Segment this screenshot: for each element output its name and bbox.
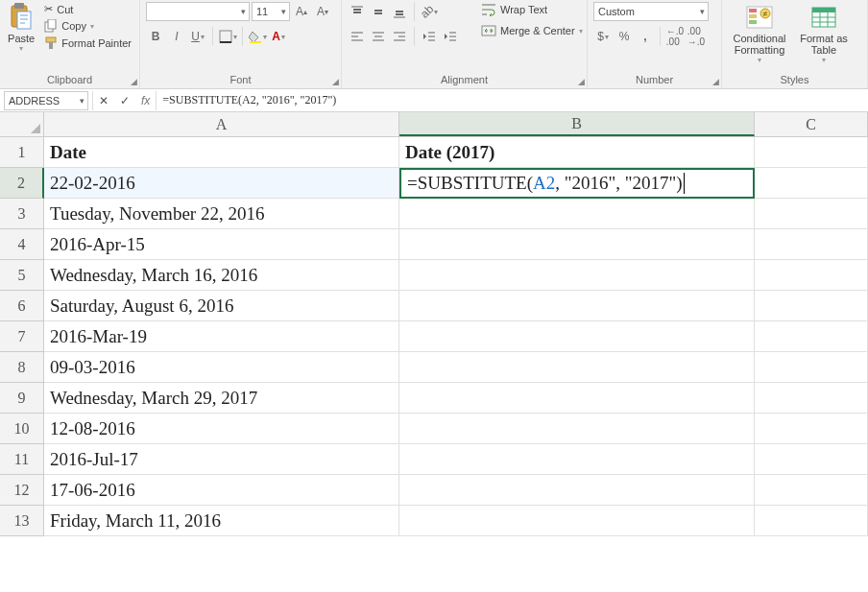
font-name-combo[interactable] (146, 2, 250, 21)
data-cell[interactable]: 2016-Mar-19 (44, 321, 399, 352)
header-cell[interactable]: Date (2017) (399, 137, 755, 168)
column-header-c[interactable]: C (755, 112, 868, 136)
select-all-corner[interactable] (0, 112, 44, 137)
data-cell[interactable] (755, 137, 868, 168)
dialog-launcher-icon[interactable]: ◢ (578, 77, 585, 86)
row-header[interactable]: 7 (0, 321, 44, 352)
name-box[interactable]: ADDRESS (4, 91, 88, 110)
data-cell[interactable] (399, 414, 755, 444)
format-as-table-button[interactable]: Format as Table ▾ (797, 2, 851, 66)
merge-center-button[interactable]: Merge & Center ▾ (479, 23, 585, 38)
row-header[interactable]: 2 (0, 168, 44, 199)
paste-button[interactable]: Paste ▾ (6, 2, 36, 55)
data-cell[interactable] (755, 291, 868, 321)
column-header-a[interactable]: A (44, 112, 399, 136)
fill-color-button[interactable] (248, 27, 267, 46)
align-left-button[interactable] (348, 27, 367, 46)
data-cell[interactable] (399, 475, 755, 506)
data-cell[interactable] (755, 260, 868, 291)
copy-button[interactable]: Copy ▾ (42, 18, 133, 34)
row-header[interactable]: 12 (0, 475, 44, 506)
data-cell[interactable] (399, 506, 755, 536)
increase-decimal-button[interactable]: ←.0.00 (665, 27, 685, 46)
cancel-formula-button[interactable]: ✕ (93, 94, 114, 107)
data-cell[interactable] (399, 199, 755, 229)
dialog-launcher-icon[interactable]: ◢ (712, 77, 719, 86)
increase-indent-button[interactable] (441, 27, 460, 46)
data-cell[interactable]: 12-08-2016 (44, 414, 399, 444)
cell-editor[interactable]: =SUBSTITUTE(A2, "2016", "2017") (399, 168, 755, 199)
conditional-formatting-button[interactable]: ≠ Conditional Formatting ▾ (728, 2, 791, 66)
data-cell[interactable]: Friday, March 11, 2016 (44, 506, 399, 536)
font-color-button[interactable]: A (269, 27, 288, 46)
row-header[interactable]: 5 (0, 260, 44, 291)
separator (212, 27, 213, 46)
data-cell[interactable] (755, 199, 868, 229)
column-header-b[interactable]: B (399, 112, 755, 136)
data-cell[interactable] (399, 383, 755, 414)
row-header[interactable]: 6 (0, 291, 44, 321)
data-cell[interactable]: Tuesday, November 22, 2016 (44, 199, 399, 229)
row-header[interactable]: 9 (0, 383, 44, 414)
data-cell[interactable]: 17-06-2016 (44, 475, 399, 506)
data-cell[interactable] (755, 506, 868, 536)
align-right-button[interactable] (390, 27, 409, 46)
data-cell[interactable] (399, 444, 755, 475)
data-cell[interactable]: =SUBSTITUTE(A2, "2016", "2017") (399, 168, 755, 199)
decrease-decimal-button[interactable]: .00→.0 (687, 27, 706, 46)
border-button[interactable] (218, 27, 237, 46)
data-cell[interactable] (399, 229, 755, 260)
data-cell[interactable]: 2016-Apr-15 (44, 229, 399, 260)
data-cell[interactable]: 2016-Jul-17 (44, 444, 399, 475)
data-cell[interactable] (755, 475, 868, 506)
align-bottom-button[interactable] (390, 2, 409, 21)
data-cell[interactable] (755, 352, 868, 383)
data-cell[interactable] (755, 444, 868, 475)
align-middle-button[interactable] (369, 2, 388, 21)
bold-button[interactable]: B (146, 27, 165, 46)
fx-button[interactable]: fx (135, 94, 156, 107)
data-cell[interactable] (755, 383, 868, 414)
number-format-combo[interactable]: Custom (593, 2, 709, 21)
dialog-launcher-icon[interactable]: ◢ (131, 77, 137, 86)
data-cell[interactable] (755, 229, 868, 260)
row-header[interactable]: 11 (0, 444, 44, 475)
data-cell[interactable] (399, 260, 755, 291)
underline-button[interactable]: U (188, 27, 207, 46)
orientation-button[interactable]: ab (420, 2, 439, 21)
row-header[interactable]: 1 (0, 137, 44, 168)
data-cell[interactable]: Saturday, August 6, 2016 (44, 291, 399, 321)
row-header[interactable]: 13 (0, 506, 44, 536)
align-top-button[interactable] (348, 2, 367, 21)
data-cell[interactable] (399, 291, 755, 321)
enter-formula-button[interactable]: ✓ (114, 94, 135, 107)
font-size-combo[interactable]: 11 (252, 2, 290, 21)
align-center-button[interactable] (369, 27, 388, 46)
data-cell[interactable]: 22-02-2016 (44, 168, 399, 199)
data-cell[interactable] (399, 321, 755, 352)
formula-input[interactable]: =SUBSTITUTE(A2, "2016", "2017") (157, 93, 868, 107)
data-cell[interactable] (755, 414, 868, 444)
data-cell[interactable]: Wednesday, March 16, 2016 (44, 260, 399, 291)
comma-format-button[interactable]: , (636, 27, 655, 46)
data-cell[interactable] (399, 352, 755, 383)
italic-button[interactable]: I (167, 27, 186, 46)
row-header[interactable]: 3 (0, 199, 44, 229)
decrease-indent-button[interactable] (420, 27, 439, 46)
row-header[interactable]: 4 (0, 229, 44, 260)
format-painter-button[interactable]: Format Painter (42, 36, 133, 51)
data-cell[interactable]: 09-03-2016 (44, 352, 399, 383)
increase-font-button[interactable]: A▴ (292, 2, 311, 21)
data-cell[interactable] (755, 168, 868, 199)
header-cell[interactable]: Date (44, 137, 399, 168)
dialog-launcher-icon[interactable]: ◢ (332, 77, 339, 86)
decrease-font-button[interactable]: A▾ (313, 2, 332, 21)
data-cell[interactable] (755, 321, 868, 352)
accounting-format-button[interactable]: $ (593, 27, 613, 46)
wrap-text-button[interactable]: Wrap Text (479, 2, 585, 17)
row-header[interactable]: 8 (0, 352, 44, 383)
data-cell[interactable]: Wednesday, March 29, 2017 (44, 383, 399, 414)
row-header[interactable]: 10 (0, 414, 44, 444)
percent-format-button[interactable]: % (615, 27, 634, 46)
cut-button[interactable]: ✂ Cut (42, 2, 133, 16)
